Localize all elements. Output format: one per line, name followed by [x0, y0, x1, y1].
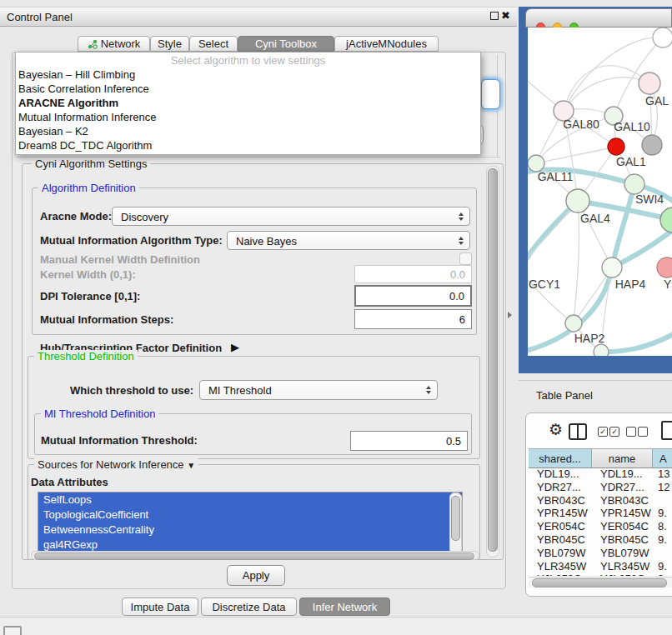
algorithm-combo-fragment[interactable] — [481, 79, 500, 109]
network-node[interactable] — [657, 258, 672, 278]
which-threshold-label: Which threshold to use: — [70, 384, 193, 397]
dropdown-item[interactable]: Mutual Information Inference — [18, 110, 156, 124]
close-icon[interactable]: ✖ — [501, 9, 510, 22]
split-columns-icon[interactable] — [569, 423, 587, 440]
table-cell: YPR145W — [537, 507, 588, 520]
table-cell: YBL079W — [600, 547, 649, 560]
unchecked-checkbox-icon[interactable] — [638, 427, 648, 437]
cyni-algorithm-settings-title: Cyni Algorithm Settings — [32, 158, 150, 170]
network-node[interactable] — [653, 28, 672, 48]
list-scrollbar-thumb[interactable] — [451, 496, 460, 541]
network-node[interactable] — [642, 135, 662, 155]
column-header-partial[interactable]: A — [653, 449, 672, 468]
network-node[interactable] — [528, 155, 544, 172]
document-icon[interactable] — [661, 421, 672, 440]
network-node-label: GCY1 — [529, 278, 560, 291]
network-node-label: Y — [664, 278, 672, 291]
table-panel-divider — [519, 380, 672, 381]
network-node[interactable] — [594, 344, 609, 356]
dpi-tolerance-field[interactable]: 0.0 — [354, 285, 472, 307]
network-window-titlebar[interactable] — [525, 8, 672, 28]
network-node[interactable] — [624, 174, 644, 194]
network-edge — [528, 268, 574, 323]
network-node[interactable] — [608, 138, 624, 155]
network-node[interactable] — [565, 315, 582, 332]
mi-threshold-group-title: MI Threshold Definition — [41, 408, 158, 420]
table-row[interactable]: YPR145WYPR145W9. — [529, 507, 672, 520]
collapse-arrow-icon: ▼ — [187, 461, 195, 470]
table-row[interactable]: YBR043CYBR043C — [529, 494, 672, 508]
which-threshold-select[interactable]: MI Threshold — [199, 380, 438, 400]
dropdown-item-selected[interactable]: ARACNE Algorithm — [18, 96, 118, 110]
tab-jactivemnodules[interactable]: jActiveMNodules — [334, 36, 439, 52]
table-row[interactable]: YER054CYER054C8. — [529, 520, 672, 533]
algorithm-definition-title: Algorithm Definition — [38, 182, 139, 194]
table-cell: 12 — [658, 481, 669, 494]
dropdown-item[interactable]: Bayesian – Hill Climbing — [18, 68, 135, 82]
dropdown-item[interactable]: Dream8 DC_TDC Algorithm — [18, 138, 152, 152]
network-canvas[interactable]: GALGAL80GAL10GAL1GAL11SWI4GAL4GCY1HAP4YH… — [528, 28, 672, 356]
table-cell: YLR345W — [600, 560, 649, 573]
table-cell: 9. — [658, 507, 667, 520]
table-row[interactable]: YBL079WYBL079W — [529, 547, 672, 560]
tab-select[interactable]: Select — [189, 36, 238, 52]
mi-threshold-field[interactable]: 0.5 — [350, 431, 468, 451]
table-cell: YBL079W — [537, 547, 586, 560]
network-edge — [574, 201, 579, 323]
table-cell: YBR043C — [600, 494, 649, 508]
tab-style[interactable]: Style — [150, 36, 189, 52]
sources-title[interactable]: Sources for Network Inference ▼ — [34, 458, 198, 471]
network-node[interactable] — [639, 72, 660, 94]
table-row[interactable]: YDR27...YDR27...12 — [529, 481, 672, 494]
table-header: shared... name A — [529, 448, 672, 468]
mi-steps-field[interactable]: 6 — [354, 309, 472, 329]
network-node-label: GAL80 — [563, 118, 599, 131]
list-item[interactable]: TopologicalCoefficient — [38, 508, 462, 522]
settings-scrollbar-thumb[interactable] — [488, 168, 498, 552]
tab-infer-network[interactable]: Infer Network — [299, 598, 390, 616]
tab-cyni-toolbox[interactable]: Cyni Toolbox — [238, 36, 334, 52]
manual-kernel-label: Manual Kernel Width Definition — [40, 253, 200, 266]
table-cell: YJL052C — [537, 572, 581, 576]
table-h-scrollbar-thumb[interactable] — [532, 578, 667, 588]
kernel-width-field[interactable]: 0.0 — [354, 265, 472, 283]
manual-kernel-checkbox[interactable] — [459, 252, 472, 265]
network-graph: GALGAL80GAL10GAL1GAL11SWI4GAL4GCY1HAP4YH… — [528, 28, 672, 356]
tab-discretize-data[interactable]: Discretize Data — [201, 598, 297, 616]
list-item[interactable]: BetweennessCentrality — [38, 522, 462, 538]
tab-impute-data[interactable]: Impute Data — [122, 598, 198, 616]
stepper-arrows-icon — [459, 212, 464, 221]
expander-arrow-icon[interactable]: ▶ — [231, 341, 239, 353]
network-node-label: GAL — [645, 94, 669, 108]
control-panel-title: Control Panel — [7, 11, 73, 23]
gear-icon[interactable]: ⚙ — [549, 420, 563, 439]
bottom-strip — [0, 617, 672, 635]
unchecked-checkbox-icon[interactable] — [626, 427, 636, 437]
aracne-mode-select[interactable]: Discovery — [112, 207, 470, 226]
list-item[interactable]: SelfLoops — [38, 492, 462, 508]
table-row[interactable]: YJL052CYJL052C9. — [529, 572, 672, 576]
network-node[interactable] — [566, 189, 589, 212]
table-row[interactable]: YBR045CYBR045C9. — [529, 533, 672, 547]
dropdown-item[interactable]: Basic Correlation Inference — [18, 82, 149, 96]
table-cell: YDL19... — [537, 468, 579, 481]
apply-button[interactable]: Apply — [227, 565, 285, 586]
network-node[interactable] — [602, 258, 622, 278]
float-window-icon[interactable] — [490, 12, 499, 20]
dropdown-item[interactable]: Bayesian – K2 — [18, 124, 88, 138]
h-scrollbar-thumb[interactable] — [34, 552, 474, 560]
collapsed-panel-button[interactable] — [3, 626, 22, 635]
table-row[interactable]: YLR345WYLR345W9. — [529, 560, 672, 573]
checked-checkbox-icon[interactable]: ✓ — [609, 427, 619, 437]
table-cell: 13 — [658, 468, 669, 481]
data-attributes-list[interactable]: SelfLoops TopologicalCoefficient Between… — [38, 492, 463, 555]
checked-checkbox-icon[interactable]: ✓ — [598, 427, 608, 437]
tab-network[interactable]: Network — [78, 36, 150, 52]
column-header-shared[interactable]: shared... — [529, 449, 592, 468]
splitter-handle-icon[interactable] — [508, 312, 512, 318]
table-row[interactable]: YDL19...YDL19...13 — [529, 468, 672, 481]
column-header-name[interactable]: name — [592, 449, 653, 468]
network-node[interactable] — [660, 208, 672, 232]
table-cell: YDR27... — [537, 481, 581, 494]
mi-type-select[interactable]: Naive Bayes — [227, 231, 470, 250]
